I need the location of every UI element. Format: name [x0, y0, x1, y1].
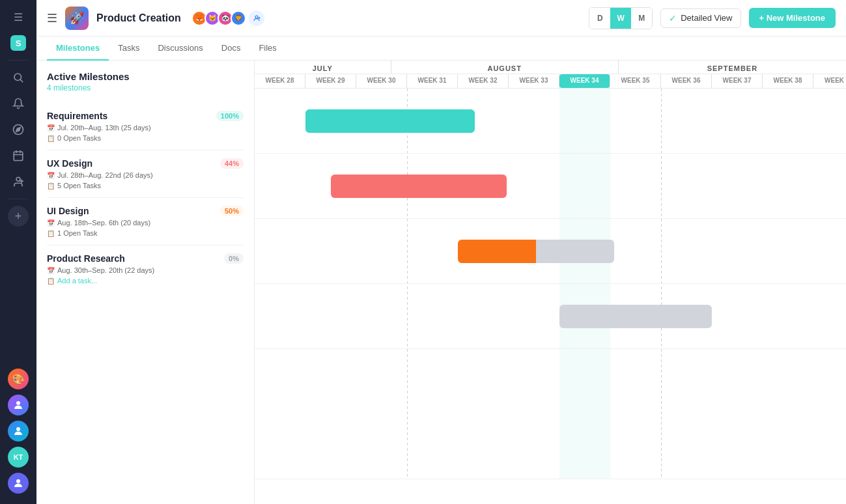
calendar-meta-icon-3: 📅 [47, 219, 55, 227]
member-avatar-4[interactable]: 🦁 [231, 10, 246, 26]
task-icon-1: 📋 [47, 135, 55, 142]
milestone-ux-badge: 44% [220, 158, 244, 169]
gantt-rows-container [255, 89, 846, 479]
week-28[interactable]: WEEK 28 [255, 74, 305, 88]
avatar-1[interactable]: 🎨 [8, 369, 29, 389]
task-icon-3: 📋 [47, 230, 55, 237]
header: ☰ 🚀 Product Creation 🦊 🐱 🐼 🦁 D W M ✓ Det… [36, 0, 846, 36]
add-user-icon[interactable] [7, 170, 30, 193]
gantt-row-requirements [255, 89, 846, 154]
svg-marker-5 [16, 128, 20, 132]
avatar-2[interactable] [8, 395, 29, 415]
task-icon-4: 📋 [47, 277, 55, 285]
avatar-bottom[interactable] [8, 473, 29, 494]
detailed-view-label: Detailed View [681, 13, 732, 23]
invite-button[interactable] [249, 10, 264, 26]
tab-files[interactable]: Files [249, 36, 285, 61]
gantt-row-ui [255, 219, 846, 284]
user-kt-avatar[interactable]: KT [8, 447, 29, 468]
add-task-link[interactable]: Add a task... [57, 277, 97, 285]
active-milestones-title: Active Milestones [47, 71, 244, 82]
hamburger-icon[interactable]: ☰ [7, 5, 30, 29]
milestone-ux-date: Jul. 28th–Aug. 22nd (26 days) [57, 171, 153, 179]
svg-line-3 [20, 79, 22, 81]
view-week-button[interactable]: W [610, 8, 631, 29]
project-title: Product Creation [96, 12, 181, 24]
view-month-button[interactable]: M [631, 8, 652, 29]
bar-research[interactable] [559, 305, 712, 328]
week-35[interactable]: WEEK 35 [610, 74, 661, 88]
main-area: ☰ 🚀 Product Creation 🦊 🐱 🐼 🦁 D W M ✓ Det… [36, 0, 846, 504]
detailed-view-button[interactable]: ✓ Detailed View [660, 8, 740, 28]
milestone-research-date: Aug. 30th–Sep. 20th (22 days) [57, 266, 154, 274]
week-38[interactable]: WEEK 38 [763, 74, 813, 88]
week-30[interactable]: WEEK 30 [356, 74, 407, 88]
svg-point-14 [16, 427, 20, 431]
month-july: JULY [255, 61, 391, 74]
tab-milestones[interactable]: Milestones [47, 36, 109, 61]
milestone-requirements-date: Jul. 20th–Aug. 13th (25 days) [57, 124, 151, 132]
milestone-research-badge: 0% [224, 253, 244, 264]
svg-point-15 [16, 479, 20, 483]
week-32[interactable]: WEEK 32 [458, 74, 509, 88]
project-icon: 🚀 [65, 7, 89, 30]
milestone-ui-badge: 50% [220, 206, 244, 216]
left-panel: Active Milestones 4 milestones Requireme… [36, 61, 255, 504]
sidebar-divider-1 [8, 60, 28, 61]
add-project-button[interactable]: + [8, 206, 29, 227]
bar-ui-progress[interactable] [458, 240, 536, 263]
week-36[interactable]: WEEK 36 [661, 74, 712, 88]
gantt-week-row: WEEK 28 WEEK 29 WEEK 30 WEEK 31 WEEK 32 … [255, 74, 846, 89]
project-avatars: 🦊 🐱 🐼 🦁 [191, 10, 264, 26]
sidebar: ☰ S + 🎨 KT [0, 0, 36, 504]
bar-ui-remaining[interactable] [536, 240, 614, 263]
milestone-product-research: Product Research 0% 📅 Aug. 30th–Sep. 20t… [47, 245, 244, 292]
new-milestone-button[interactable]: + New Milestone [749, 8, 836, 28]
content-area: Active Milestones 4 milestones Requireme… [36, 61, 846, 504]
sidebar-bottom: 🎨 KT [8, 367, 29, 499]
week-29[interactable]: WEEK 29 [305, 74, 356, 88]
week-34-current[interactable]: WEEK 34 [559, 74, 610, 88]
bell-icon[interactable] [7, 92, 30, 115]
week-39[interactable]: WEEK 39 [813, 74, 846, 88]
svg-point-16 [255, 16, 258, 18]
month-august: AUGUST [391, 61, 619, 74]
bar-requirements[interactable] [305, 109, 475, 133]
milestone-ux-tasks: 5 Open Tasks [57, 182, 101, 189]
task-icon-2: 📋 [47, 182, 55, 189]
milestone-requirements-badge: 100% [216, 111, 244, 121]
calendar-icon[interactable] [7, 144, 30, 167]
search-icon[interactable] [7, 66, 30, 89]
milestone-ui-tasks: 1 Open Task [57, 229, 98, 237]
svg-rect-6 [14, 152, 23, 161]
milestones-count: 4 milestones [47, 83, 244, 92]
nav-tabs: Milestones Tasks Discussions Docs Files [36, 36, 846, 61]
tab-docs[interactable]: Docs [212, 36, 250, 61]
milestone-ui-design: UI Design 50% 📅 Aug. 18th–Sep. 6th (20 d… [47, 198, 244, 245]
week-31[interactable]: WEEK 31 [407, 74, 458, 88]
gantt-row-research [255, 284, 846, 349]
calendar-meta-icon-4: 📅 [47, 267, 55, 274]
view-day-button[interactable]: D [589, 8, 610, 29]
milestone-ux-design: UX Design 44% 📅 Jul. 28th–Aug. 22nd (26 … [47, 150, 244, 198]
gantt-chart: JULY AUGUST SEPTEMBER WEEK 28 WEEK 29 WE… [255, 61, 846, 504]
gantt-month-row: JULY AUGUST SEPTEMBER [255, 61, 846, 74]
sidebar-logo[interactable]: S [7, 31, 30, 55]
milestone-ui-date: Aug. 18th–Sep. 6th (20 days) [57, 219, 150, 227]
milestone-ux-name: UX Design [47, 158, 92, 169]
sidebar-divider-2 [8, 199, 28, 199]
hamburger-menu-icon[interactable]: ☰ [47, 11, 57, 25]
month-september: SEPTEMBER [619, 61, 846, 74]
week-33[interactable]: WEEK 33 [509, 74, 559, 88]
tab-discussions[interactable]: Discussions [148, 36, 212, 61]
tab-tasks[interactable]: Tasks [109, 36, 148, 61]
avatar-3[interactable] [8, 421, 29, 441]
svg-point-10 [16, 177, 20, 181]
gantt-row-ux [255, 154, 846, 219]
milestone-requirements-tasks: 0 Open Tasks [57, 134, 101, 142]
week-37[interactable]: WEEK 37 [712, 74, 763, 88]
bar-ux[interactable] [331, 175, 507, 198]
gantt-inner: JULY AUGUST SEPTEMBER WEEK 28 WEEK 29 WE… [255, 61, 846, 479]
compass-icon[interactable] [7, 118, 30, 141]
calendar-meta-icon-2: 📅 [47, 172, 55, 179]
